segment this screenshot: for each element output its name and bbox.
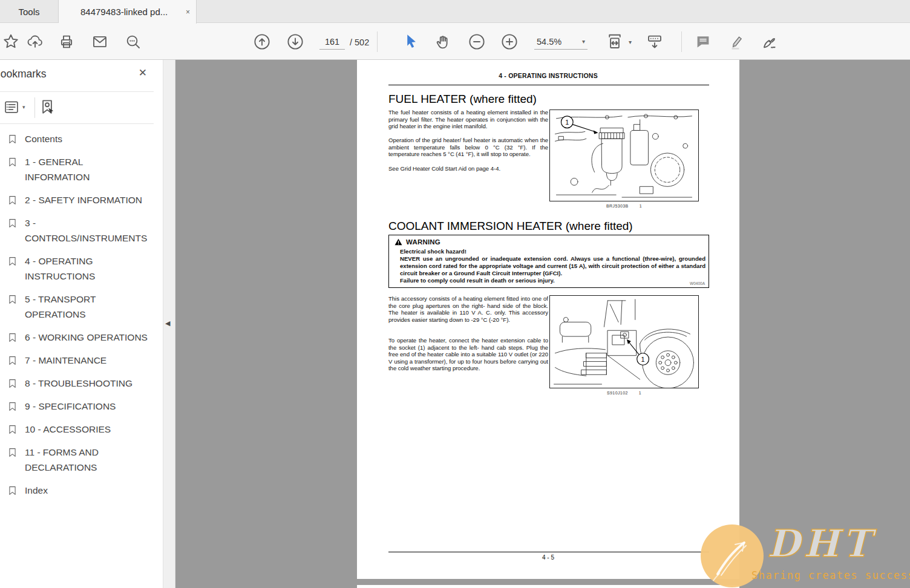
highlighter-icon[interactable]	[727, 32, 746, 51]
warning-code: W0400A	[690, 281, 705, 286]
document-area[interactable]: 4 - OPERATING INSTRUCTIONS FUEL HEATER (…	[175, 60, 910, 588]
main-area: Bookmarks ✕ ▾ Contents 1 - GENERAL INFOR…	[0, 60, 910, 588]
bookmark-item-index[interactable]: Index	[7, 483, 160, 498]
zoom-out-icon[interactable]	[467, 32, 486, 51]
warning-line-1: Electrical shock hazard!	[400, 248, 705, 255]
tab-bar: Tools 84479483-linked pd... ×	[0, 0, 910, 23]
next-page-edge	[357, 585, 739, 588]
collapse-panel-icon[interactable]: ◀	[165, 319, 170, 327]
bookmark-item-contents[interactable]: Contents	[7, 131, 160, 146]
figure-caption: S910J1021	[549, 391, 699, 395]
bookmark-item-accessories[interactable]: 10 - ACCESSORIES	[7, 422, 160, 437]
panel-divider	[0, 123, 154, 124]
toolbar-divider	[681, 31, 682, 52]
fill-sign-icon[interactable]	[760, 32, 779, 51]
bookmarks-toolbar: ▾	[0, 92, 163, 123]
warning-label: WARNING	[406, 238, 440, 246]
header-rule	[388, 85, 709, 85]
comment-icon[interactable]	[693, 32, 713, 51]
bookmark-item-controls-instruments[interactable]: 3 - CONTROLS/INSTRUMENTS	[7, 215, 160, 246]
paragraph: Operation of the grid heater/ fuel heate…	[388, 137, 548, 158]
chevron-down-icon: ▾	[582, 38, 585, 45]
tab-tools[interactable]: Tools	[0, 0, 59, 23]
bookmarks-panel-title: Bookmarks	[0, 68, 47, 80]
email-icon[interactable]	[90, 32, 110, 51]
warning-triangle-icon	[394, 238, 402, 246]
bookmarks-panel: Bookmarks ✕ ▾ Contents 1 - GENERAL INFOR…	[0, 60, 163, 588]
bookmark-item-safety-information[interactable]: 2 - SAFETY INFORMATION	[7, 192, 160, 207]
paragraph: See Grid Heater Cold Start Aid on page 4…	[388, 165, 548, 172]
sidebar-splitter[interactable]: ◀	[163, 60, 175, 588]
hand-tool-icon[interactable]	[434, 32, 453, 51]
locate-bookmark-icon[interactable]	[38, 98, 56, 116]
section-title-coolant-heater: COOLANT IMMERSION HEATER (where fitted)	[388, 220, 633, 233]
figure-tractor-socket: 1	[549, 295, 699, 388]
zoom-level-value: 54.5%	[537, 37, 561, 47]
paragraph: The fuel heater consists of a heating el…	[388, 109, 548, 130]
bookmark-options-icon[interactable]	[3, 99, 20, 116]
cloud-upload-icon[interactable]	[25, 32, 45, 51]
bookmark-item-working-operations[interactable]: 6 - WORKING OPERATIONS	[7, 330, 160, 345]
pdf-page: 4 - OPERATING INSTRUCTIONS FUEL HEATER (…	[357, 60, 739, 579]
footer-rule	[388, 552, 709, 552]
warning-box: WARNING Electrical shock hazard! NEVER u…	[388, 235, 709, 288]
toolbar-divider	[377, 31, 378, 52]
page-running-header: 4 - OPERATING INSTRUCTIONS	[357, 72, 739, 79]
watermark-title: DHT	[767, 524, 874, 563]
page-number-input[interactable]	[319, 34, 345, 50]
bookmark-list: Contents 1 - GENERAL INFORMATION 2 - SAF…	[0, 131, 163, 506]
page-number-footer: 4 - 5	[357, 554, 739, 561]
previous-page-icon[interactable]	[252, 32, 272, 51]
warning-line-3: Failure to comply could result in death …	[400, 277, 705, 284]
next-page-icon[interactable]	[286, 32, 305, 51]
select-tool-icon[interactable]	[401, 32, 420, 51]
bookmark-item-forms-declarations[interactable]: 11 - FORMS AND DECLARATIONS	[7, 445, 160, 475]
zoom-in-icon[interactable]	[500, 32, 519, 51]
bookmark-item-specifications[interactable]: 9 - SPECIFICATIONS	[7, 399, 160, 414]
tab-document-title: 84479483-linked pd...	[80, 7, 181, 17]
search-icon[interactable]	[123, 32, 143, 51]
reading-mode-icon[interactable]	[645, 32, 664, 51]
watermark-subtitle: Sharing creates success	[751, 569, 910, 581]
page-total-label: / 502	[350, 38, 369, 47]
paragraph: This accessory consists of a heating ele…	[388, 295, 548, 323]
close-tab-icon[interactable]: ×	[186, 8, 190, 16]
section-title-fuel-heater: FUEL HEATER (where fitted)	[388, 93, 537, 106]
close-panel-icon[interactable]: ✕	[139, 67, 147, 79]
fit-width-icon[interactable]	[605, 32, 624, 51]
bookmark-item-general-information[interactable]: 1 - GENERAL INFORMATION	[7, 154, 160, 185]
paragraph: To operate the heater, connect the heate…	[388, 337, 548, 372]
chevron-down-icon[interactable]: ▾	[629, 39, 632, 45]
zoom-level-dropdown[interactable]: 54.5% ▾	[534, 34, 588, 50]
callout-1: 1	[565, 119, 569, 126]
bookmark-item-operating-instructions[interactable]: 4 - OPERATING INSTRUCTIONS	[7, 253, 160, 284]
print-icon[interactable]	[57, 32, 76, 51]
figure-caption: BRJ5303B1	[549, 204, 699, 208]
bookmark-item-troubleshooting[interactable]: 8 - TROUBLESHOOTING	[7, 376, 160, 391]
favorite-star-icon[interactable]	[1, 32, 21, 51]
main-toolbar: / 502 54.5% ▾ ▾	[0, 23, 910, 60]
tab-document[interactable]: 84479483-linked pd... ×	[59, 0, 197, 24]
pdf-reader-window: Tools 84479483-linked pd... × / 50	[0, 0, 910, 588]
tab-tools-label: Tools	[18, 7, 39, 17]
figure-fuel-filter: 1	[549, 109, 699, 201]
bookmark-item-maintenance[interactable]: 7 - MAINTENANCE	[7, 353, 160, 368]
bookmark-item-transport-operations[interactable]: 5 - TRANSPORT OPERATIONS	[7, 292, 160, 322]
chevron-down-icon: ▾	[22, 104, 25, 110]
callout-1: 1	[641, 356, 645, 363]
warning-line-2: NEVER use an ungrounded or inadequate ex…	[400, 255, 705, 277]
panel-divider	[34, 97, 35, 118]
